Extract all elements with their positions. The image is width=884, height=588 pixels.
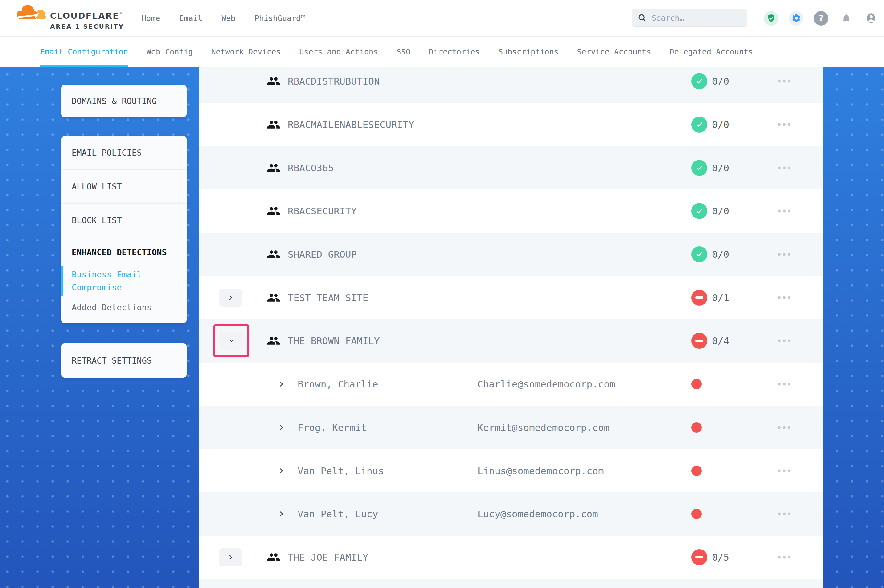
member-name: Brown, Charlie <box>298 379 378 390</box>
nav-item-web[interactable]: Web <box>221 14 235 23</box>
group-icon <box>267 248 280 261</box>
more-actions-button[interactable] <box>778 253 791 256</box>
settings-gear-icon[interactable] <box>789 11 803 26</box>
nav-item-home[interactable]: Home <box>141 14 160 23</box>
highlight-annotation-box <box>213 324 249 357</box>
table-row-member[interactable]: Brown, Charlie Charlie@somedemocorp.com <box>199 363 823 406</box>
tab-network-devices[interactable]: Network Devices <box>212 37 281 67</box>
toolbar-icons: ? <box>764 0 878 36</box>
status-count: 0/0 <box>712 119 729 130</box>
page: CLOUDFLARE® AREA 1 SECURITY Home Email W… <box>0 0 884 588</box>
chevron-right-icon[interactable] <box>278 424 285 431</box>
group-name: THE BROWN FAMILY <box>288 335 380 346</box>
nav-item-email[interactable]: Email <box>179 14 202 23</box>
table-row-member[interactable]: Van Pelt, Linus Linus@somedemocorp.com <box>199 449 823 492</box>
status-badge-blocked <box>691 290 707 306</box>
table-row-group[interactable]: TEST TEAM SITE 0/1 <box>199 276 823 319</box>
cloudflare-cloud-icon <box>15 4 48 21</box>
group-icon <box>267 74 280 88</box>
sidebar: DOMAINS & ROUTING EMAIL POLICIES ALLOW L… <box>61 67 186 378</box>
sidebar-item-added-detections[interactable]: Added Detections <box>61 303 186 312</box>
table-row-group[interactable]: RBACO365 0/0 <box>199 146 823 189</box>
status-dot-blocked <box>691 508 702 519</box>
search-input[interactable] <box>651 13 744 23</box>
cloudflare-area1-logo: CLOUDFLARE® AREA 1 SECURITY <box>15 3 126 33</box>
table-row-group[interactable]: RBACSECURITY 0/0 <box>199 189 823 233</box>
enhanced-detections-heading: ENHANCED DETECTIONS <box>61 246 186 259</box>
member-name: Van Pelt, Linus <box>298 465 384 476</box>
user-avatar-icon[interactable] <box>864 11 878 26</box>
tab-subscriptions[interactable]: Subscriptions <box>498 37 559 67</box>
tab-service-accounts[interactable]: Service Accounts <box>577 37 651 67</box>
more-actions-button[interactable] <box>778 513 791 515</box>
tab-sso[interactable]: SSO <box>397 37 410 67</box>
status-badge-blocked <box>691 333 707 349</box>
status-dot-blocked <box>691 379 702 389</box>
chevron-right-icon[interactable] <box>278 467 285 474</box>
status-badge-allowed <box>691 73 707 89</box>
sidebar-email-policies-card: EMAIL POLICIES ALLOW LIST BLOCK LIST ENH… <box>61 136 186 323</box>
member-email: Linus@somedemocorp.com <box>477 465 604 476</box>
sidebar-item-block-list[interactable]: BLOCK LIST <box>61 204 186 237</box>
search-box[interactable] <box>631 9 747 27</box>
group-name: THE JOE FAMILY <box>288 552 368 563</box>
member-email: Lucy@somedemocorp.com <box>477 508 598 519</box>
table-row-group[interactable]: THE JOE FAMILY 0/5 <box>199 536 823 579</box>
more-actions-button[interactable] <box>778 469 791 472</box>
tab-users-and-actions[interactable]: Users and Actions <box>299 37 378 67</box>
sidebar-label: RETRACT SETTINGS <box>72 356 152 365</box>
status-badge-allowed <box>691 160 707 176</box>
member-email: Charlie@somedemocorp.com <box>477 379 615 390</box>
search-icon <box>637 13 647 22</box>
table-row-group[interactable]: RBACDISTRUBUTION 0/0 <box>199 67 823 103</box>
registered-mark: ® <box>119 11 123 15</box>
more-actions-button[interactable] <box>778 339 791 342</box>
group-name: RBACO365 <box>288 162 334 174</box>
tab-web-config[interactable]: Web Config <box>146 37 193 67</box>
security-shield-icon[interactable] <box>764 11 779 26</box>
sidebar-item-allow-list[interactable]: ALLOW LIST <box>61 170 186 204</box>
table-row-group[interactable]: RBACMAILENABLESECURITY 0/0 <box>199 103 823 146</box>
more-actions-button[interactable] <box>778 166 791 169</box>
tab-directories[interactable]: Directories <box>429 37 480 67</box>
member-email: Kermit@somedemocorp.com <box>477 422 609 433</box>
status-count: 0/0 <box>712 76 729 87</box>
collapse-row-button[interactable] <box>220 332 243 350</box>
chevron-right-icon[interactable] <box>278 510 285 518</box>
groups-table: RBACDISTRUBUTION 0/0 RBACMAILENABLESECUR… <box>199 67 823 588</box>
more-actions-button[interactable] <box>778 210 791 213</box>
more-actions-button[interactable] <box>778 426 791 429</box>
group-icon <box>267 550 280 564</box>
brand-name: CLOUDFLARE® <box>50 11 123 21</box>
more-actions-button[interactable] <box>778 296 791 299</box>
sidebar-item-email-policies[interactable]: EMAIL POLICIES <box>61 136 186 170</box>
sidebar-label: BLOCK LIST <box>72 216 122 225</box>
table-row-member[interactable]: Van Pelt, Lucy Lucy@somedemocorp.com <box>199 492 823 536</box>
sidebar-label: EMAIL POLICIES <box>72 148 142 158</box>
chevron-right-icon[interactable] <box>278 380 285 388</box>
help-glyph: ? <box>819 14 823 23</box>
sidebar-item-retract-settings[interactable]: RETRACT SETTINGS <box>61 343 186 378</box>
more-actions-button[interactable] <box>778 123 791 126</box>
nav-item-phishguard[interactable]: PhishGuard™ <box>254 14 306 23</box>
expand-row-button[interactable] <box>219 548 242 566</box>
table-row-clipped <box>199 579 823 588</box>
sidebar-item-business-email-compromise[interactable]: Business Email Compromise <box>61 266 186 296</box>
more-actions-button[interactable] <box>778 556 791 558</box>
more-actions-button[interactable] <box>778 80 791 83</box>
table-row-group[interactable]: SHARED_GROUP 0/0 <box>199 233 823 276</box>
sidebar-item-domains-routing[interactable]: DOMAINS & ROUTING <box>61 85 186 117</box>
status-badge-blocked <box>691 549 707 565</box>
sidebar-label: DOMAINS & ROUTING <box>72 96 157 106</box>
member-name: Van Pelt, Lucy <box>298 508 378 519</box>
status-dot-blocked <box>691 422 702 433</box>
help-icon[interactable]: ? <box>814 11 828 26</box>
tab-email-configuration[interactable]: Email Configuration <box>40 37 128 67</box>
notifications-bell-icon[interactable] <box>839 11 853 26</box>
table-row-group[interactable]: THE BROWN FAMILY 0/4 <box>199 319 823 363</box>
table-row-member[interactable]: Frog, Kermit Kermit@somedemocorp.com <box>199 406 823 449</box>
tab-delegated-accounts[interactable]: Delegated Accounts <box>669 37 753 67</box>
status-badge-allowed <box>691 246 707 262</box>
expand-row-button[interactable] <box>219 289 242 307</box>
more-actions-button[interactable] <box>778 383 791 386</box>
